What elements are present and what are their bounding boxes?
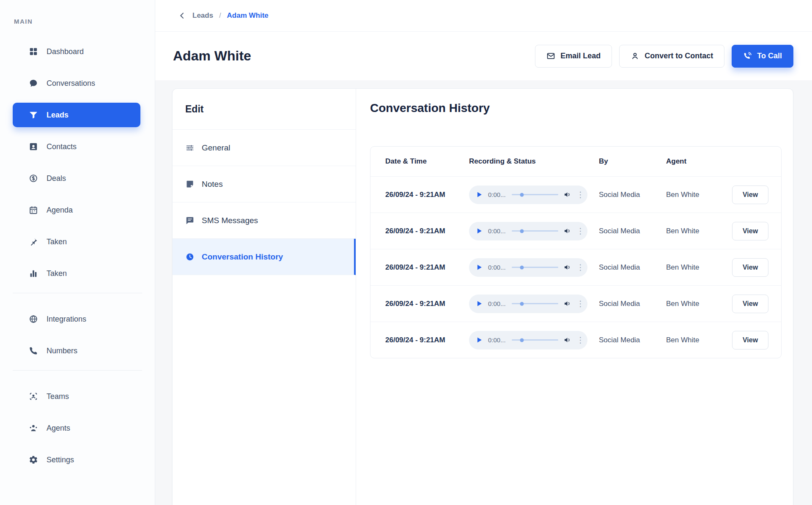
to-call-button[interactable]: To Call bbox=[732, 45, 793, 68]
breadcrumb-separator: / bbox=[219, 12, 221, 19]
volume-icon[interactable] bbox=[563, 300, 571, 308]
bar-chart-icon bbox=[29, 269, 38, 278]
progress-handle[interactable] bbox=[520, 193, 524, 197]
sidebar-item-settings[interactable]: Settings bbox=[13, 448, 140, 472]
audio-progress[interactable] bbox=[512, 267, 558, 268]
volume-icon[interactable] bbox=[563, 191, 571, 199]
volume-icon[interactable] bbox=[563, 336, 571, 344]
sidebar-item-label: Taken bbox=[47, 237, 67, 246]
cell-datetime: 26/09/24 - 9:21AM bbox=[385, 227, 469, 235]
email-lead-button[interactable]: Email Lead bbox=[535, 45, 612, 68]
kebab-menu-icon[interactable]: ⋮ bbox=[576, 336, 582, 344]
audio-progress[interactable] bbox=[512, 194, 558, 195]
tab-label: General bbox=[202, 143, 230, 153]
sidebar-item-deals[interactable]: Deals bbox=[13, 166, 140, 191]
tab-general[interactable]: General bbox=[173, 130, 356, 166]
sidebar-item-label: Conversations bbox=[47, 79, 95, 88]
funnel-icon bbox=[29, 110, 38, 120]
audio-player: 0:00... ⋮ bbox=[469, 222, 587, 240]
view-button[interactable]: View bbox=[732, 331, 768, 349]
sidebar-item-leads[interactable]: Leads bbox=[13, 103, 140, 127]
audio-progress[interactable] bbox=[512, 339, 558, 341]
view-button[interactable]: View bbox=[732, 258, 768, 277]
sms-icon bbox=[185, 216, 195, 225]
play-icon[interactable] bbox=[475, 227, 483, 235]
history-clock-icon bbox=[185, 252, 195, 262]
back-icon[interactable] bbox=[178, 11, 187, 20]
convert-to-contact-button[interactable]: Convert to Contact bbox=[619, 45, 724, 68]
team-frame-icon bbox=[29, 392, 38, 401]
sidebar-item-label: Deals bbox=[47, 174, 66, 183]
play-icon[interactable] bbox=[475, 300, 483, 308]
play-icon[interactable] bbox=[475, 263, 483, 271]
play-icon[interactable] bbox=[475, 191, 483, 199]
sidebar-item-label: Agenda bbox=[47, 206, 73, 215]
view-button[interactable]: View bbox=[732, 295, 768, 313]
edit-panel-title: Edit bbox=[173, 89, 356, 130]
sidebar-section-label: MAIN bbox=[0, 18, 155, 25]
pin-icon bbox=[29, 237, 38, 246]
play-icon[interactable] bbox=[475, 336, 483, 344]
sidebar-item-teams[interactable]: Teams bbox=[13, 384, 140, 409]
progress-handle[interactable] bbox=[520, 338, 524, 342]
cell-datetime: 26/09/24 - 9:21AM bbox=[385, 336, 469, 344]
audio-time: 0:00... bbox=[488, 264, 507, 271]
sidebar-divider bbox=[13, 293, 142, 293]
dollar-icon bbox=[29, 174, 38, 183]
sidebar-item-label: Leads bbox=[47, 111, 69, 120]
sidebar-item-taken-chart[interactable]: Taken bbox=[13, 261, 140, 286]
audio-player: 0:00... ⋮ bbox=[469, 258, 587, 277]
sidebar-item-label: Taken bbox=[47, 269, 67, 278]
cell-by: Social Media bbox=[599, 191, 666, 199]
sidebar-item-numbers[interactable]: Numbers bbox=[13, 338, 140, 363]
tab-notes[interactable]: Notes bbox=[173, 166, 356, 202]
conversation-history-table: Date & Time Recording & Status By Agent … bbox=[370, 146, 782, 358]
sidebar-item-agenda[interactable]: Agenda bbox=[13, 198, 140, 222]
audio-player: 0:00... ⋮ bbox=[469, 186, 587, 204]
sidebar-item-contacts[interactable]: Contacts bbox=[13, 134, 140, 159]
tab-label: Notes bbox=[202, 180, 223, 189]
sidebar-item-integrations[interactable]: Integrations bbox=[13, 307, 140, 331]
page-header: Adam White Email Lead Convert to Contact bbox=[155, 32, 812, 80]
cell-by: Social Media bbox=[599, 336, 666, 344]
audio-progress[interactable] bbox=[512, 303, 558, 304]
table-header-row: Date & Time Recording & Status By Agent bbox=[370, 147, 781, 176]
tab-conversation-history[interactable]: Conversation History bbox=[173, 239, 356, 275]
progress-handle[interactable] bbox=[520, 302, 524, 306]
sidebar-item-conversations[interactable]: Conversations bbox=[13, 71, 140, 96]
email-lead-label: Email Lead bbox=[560, 52, 601, 60]
kebab-menu-icon[interactable]: ⋮ bbox=[576, 191, 582, 199]
cell-agent: Ben White bbox=[666, 300, 730, 308]
sidebar-item-label: Dashboard bbox=[47, 47, 84, 56]
breadcrumb-parent[interactable]: Leads bbox=[192, 11, 213, 20]
progress-handle[interactable] bbox=[520, 265, 524, 269]
sidebar-item-label: Contacts bbox=[47, 142, 77, 151]
column-header-date-time: Date & Time bbox=[385, 157, 469, 166]
volume-icon[interactable] bbox=[563, 227, 571, 235]
view-button[interactable]: View bbox=[732, 186, 768, 204]
progress-handle[interactable] bbox=[520, 229, 524, 233]
sidebar-item-label: Settings bbox=[47, 456, 74, 464]
sidebar-item-agents[interactable]: Agents bbox=[13, 416, 140, 440]
audio-progress[interactable] bbox=[512, 230, 558, 232]
phone-icon bbox=[29, 346, 38, 355]
cell-by: Social Media bbox=[599, 263, 666, 272]
column-header-agent: Agent bbox=[666, 157, 730, 166]
sidebar-item-taken-pin[interactable]: Taken bbox=[13, 229, 140, 254]
tab-label: SMS Messages bbox=[202, 216, 258, 225]
kebab-menu-icon[interactable]: ⋮ bbox=[576, 263, 582, 271]
sidebar: MAIN Dashboard Conversations Leads Conta bbox=[0, 0, 155, 505]
sidebar-item-dashboard[interactable]: Dashboard bbox=[13, 39, 140, 64]
cell-datetime: 26/09/24 - 9:21AM bbox=[385, 263, 469, 272]
volume-icon[interactable] bbox=[563, 263, 571, 271]
kebab-menu-icon[interactable]: ⋮ bbox=[576, 227, 582, 235]
table-row: 26/09/24 - 9:21AM 0:00... ⋮ Social Media… bbox=[370, 176, 781, 213]
cell-by: Social Media bbox=[599, 227, 666, 235]
breadcrumb: Leads / Adam White bbox=[155, 0, 812, 32]
view-button[interactable]: View bbox=[732, 222, 768, 240]
breadcrumb-current: Adam White bbox=[227, 11, 269, 20]
audio-player: 0:00... ⋮ bbox=[469, 331, 587, 349]
kebab-menu-icon[interactable]: ⋮ bbox=[576, 300, 582, 308]
tab-sms-messages[interactable]: SMS Messages bbox=[173, 202, 356, 239]
envelope-icon bbox=[546, 52, 555, 60]
